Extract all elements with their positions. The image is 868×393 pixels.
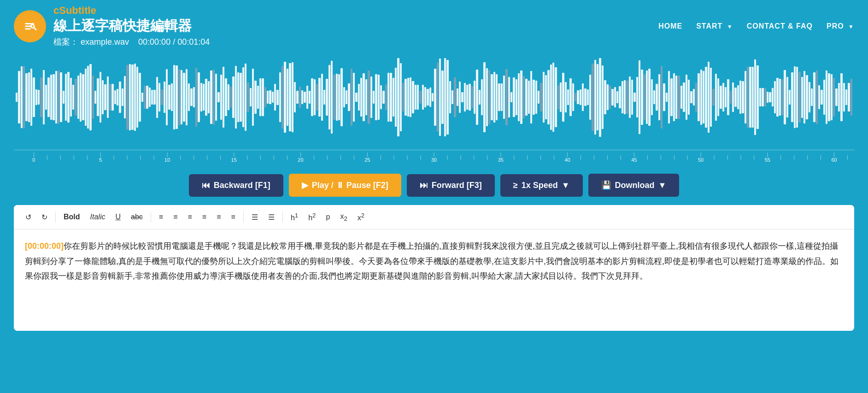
- timeline-tick: [81, 155, 94, 160]
- timeline-tick: [801, 155, 814, 160]
- timeline-tick: 10: [160, 152, 174, 163]
- timeline-tick: [401, 155, 414, 160]
- timeline-tick: 5: [94, 152, 107, 163]
- timeline-tick: [734, 155, 747, 160]
- timeline-tick: [187, 155, 200, 160]
- outdent-button[interactable]: ≡: [227, 211, 240, 223]
- speed-button[interactable]: ≥ 1x Speed ▼: [500, 174, 583, 197]
- time-current: 00:00:00: [138, 37, 170, 47]
- timeline-tick: [747, 155, 761, 160]
- timeline-tick: [654, 155, 668, 160]
- redo-button[interactable]: ↻: [37, 211, 52, 224]
- download-label: Download: [615, 181, 655, 190]
- superscript-button[interactable]: x2: [353, 210, 369, 224]
- h2-button[interactable]: h2: [304, 210, 320, 224]
- align-justify-button[interactable]: ≡: [155, 211, 167, 223]
- strikethrough-button[interactable]: abc: [127, 211, 147, 223]
- timeline-tick: [174, 155, 187, 160]
- timeline-tick: 45: [628, 152, 641, 163]
- play-icon: ▶: [302, 180, 308, 190]
- ordered-list-button[interactable]: ☰: [264, 211, 279, 224]
- timeline-tick: 15: [227, 152, 240, 163]
- timeline-tick: [307, 155, 321, 160]
- timeline-tick: 55: [761, 152, 774, 163]
- timeline-tick: [467, 155, 481, 160]
- timeline-tick: [641, 155, 654, 160]
- forward-label: Forward [F3]: [432, 181, 482, 190]
- backward-button[interactable]: ⏮ Backward [F1]: [189, 174, 283, 197]
- timeline-tick: [587, 155, 601, 160]
- timeline-tick: [67, 155, 81, 160]
- italic-button[interactable]: Italic: [86, 211, 110, 223]
- timeline-tick: 0: [27, 152, 41, 163]
- nav-contact[interactable]: CONTACT & FAQ: [747, 22, 813, 30]
- timeline-tick: 20: [294, 152, 307, 163]
- nav-home[interactable]: HOME: [658, 22, 682, 30]
- backward-label: Backward [F1]: [214, 181, 270, 190]
- waveform-container[interactable]: 051015202530354045505560: [0, 52, 868, 165]
- timeline-tick: [441, 155, 454, 160]
- timeline-tick: [534, 155, 547, 160]
- toolbar-sep-4: [282, 211, 283, 223]
- timeline: 051015202530354045505560: [14, 150, 854, 165]
- play-pause-label: Play / ⏸ Pause [F2]: [312, 181, 388, 190]
- header: cSubtitle 線上逐字稿快捷編輯器 檔案： example.wav 00:…: [0, 0, 868, 52]
- timeline-tick: [134, 155, 147, 160]
- time-total: 00:01:04: [177, 37, 210, 47]
- filename: example.wav: [81, 37, 129, 47]
- timeline-tick: [614, 155, 628, 160]
- download-icon: 💾: [601, 180, 611, 190]
- toolbar-sep-2: [151, 211, 151, 223]
- timeline-tick: [107, 155, 121, 160]
- logo-text-area: cSubtitle 線上逐字稿快捷編輯器 檔案： example.wav 00:…: [53, 5, 210, 47]
- timeline-tick: [147, 155, 161, 160]
- timeline-tick: [814, 155, 827, 160]
- timeline-tick: [708, 155, 721, 160]
- timeline-tick: [347, 155, 361, 160]
- speed-label: 1x Speed: [522, 181, 558, 190]
- nav-pro[interactable]: PRO ▼: [827, 22, 854, 30]
- subscript-button[interactable]: x2: [336, 210, 351, 224]
- time-separator: /: [173, 37, 177, 47]
- align-right-button[interactable]: ≡: [198, 211, 211, 223]
- toolbar-sep-1: [55, 211, 56, 223]
- forward-button[interactable]: ⏭ Forward [F3]: [407, 174, 495, 197]
- h1-button[interactable]: h1: [287, 210, 302, 224]
- start-dropdown-arrow: ▼: [727, 23, 733, 30]
- timeline-tick: [574, 155, 587, 160]
- waveform-canvas[interactable]: [14, 56, 854, 148]
- waveform-bars: [14, 56, 854, 139]
- brand-name: cSubtitle: [53, 5, 210, 17]
- align-left-button[interactable]: ≡: [169, 211, 182, 223]
- underline-button[interactable]: U: [111, 211, 125, 223]
- play-pause-button[interactable]: ▶ Play / ⏸ Pause [F2]: [289, 174, 401, 197]
- timeline-tick: [121, 155, 134, 160]
- download-dropdown-arrow: ▼: [658, 181, 667, 190]
- logo-icon: [14, 10, 46, 42]
- indent-button[interactable]: ≡: [212, 211, 225, 223]
- file-label: 檔案：: [53, 37, 78, 47]
- timeline-tick: [214, 155, 227, 160]
- editor-content[interactable]: [00:00:00]你在剪影片的時候比較習慣用電腦還是手機呢？我還是比較常用手機…: [14, 229, 854, 331]
- timeline-tick: [601, 155, 614, 160]
- bullet-list-button[interactable]: ☰: [247, 211, 262, 224]
- timeline-tick: [41, 155, 54, 160]
- timeline-tick: [200, 155, 214, 160]
- undo-button[interactable]: ↺: [21, 211, 35, 224]
- timeline-tick: [267, 155, 281, 160]
- pro-dropdown-arrow: ▼: [848, 23, 854, 30]
- controls-bar: ⏮ Backward [F1] ▶ Play / ⏸ Pause [F2] ⏭ …: [0, 165, 868, 205]
- forward-icon: ⏭: [420, 181, 428, 190]
- nav-start[interactable]: START ▼: [696, 22, 733, 30]
- p-button[interactable]: p: [322, 211, 334, 223]
- timeline-tick: [774, 155, 787, 160]
- timeline-tick: [681, 155, 694, 160]
- bold-button[interactable]: Bold: [59, 211, 84, 223]
- timeline-tick: [374, 155, 387, 160]
- timeline-tick: [414, 155, 428, 160]
- app-title: 線上逐字稿快捷編輯器: [53, 17, 210, 35]
- align-center-button[interactable]: ≡: [184, 211, 196, 223]
- download-button[interactable]: 💾 Download ▼: [588, 174, 680, 197]
- timeline-tick: [321, 155, 334, 160]
- timeline-tick: 60: [827, 152, 841, 163]
